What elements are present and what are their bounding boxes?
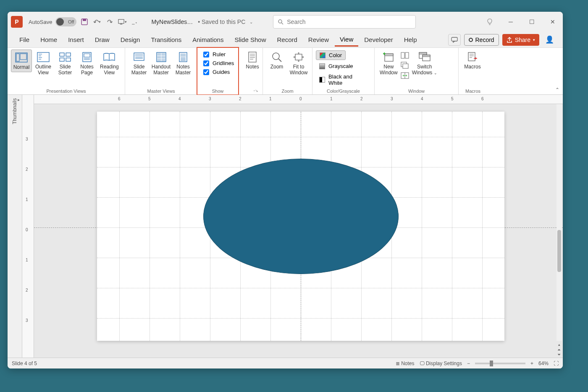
autosave-toggle[interactable]: Off	[55, 17, 76, 26]
tab-review[interactable]: Review	[303, 34, 334, 46]
share-button[interactable]: Share ▾	[502, 34, 539, 46]
new-window-button[interactable]: New Window	[378, 50, 399, 78]
horizontal-ruler[interactable]: 6 5 4 3 2 1 0 1 2 3 4 5 6	[34, 95, 563, 104]
thumbnails-pane[interactable]: ▸ Thumbnails	[8, 95, 22, 358]
ruler-checkbox[interactable]: Ruler	[203, 51, 234, 57]
record-button[interactable]: Record	[464, 34, 499, 46]
editor-area: ▸ Thumbnails 3 2 1 0 1 2 3 6 5 4 3 2 1	[8, 95, 563, 358]
fit-to-window-button[interactable]: Fit to Window	[288, 50, 309, 78]
switch-windows-button[interactable]: Switch Windows ⌄	[410, 50, 439, 78]
account-icon[interactable]: 👤	[543, 33, 556, 47]
zoom-button[interactable]: Zoom	[266, 50, 287, 71]
gridlines-checkbox[interactable]: Gridlines	[203, 60, 234, 66]
color-button[interactable]: Color	[316, 50, 346, 60]
prev-slide-button[interactable]: ▴	[556, 342, 562, 347]
show-dialog-launcher[interactable]: ▫↘	[254, 89, 258, 93]
outline-view-button[interactable]: Outline View	[33, 50, 54, 78]
vertical-scrollbar[interactable]	[556, 104, 562, 341]
chevron-down-icon: ⌄	[434, 71, 437, 75]
svg-rect-25	[181, 54, 186, 57]
notes-button[interactable]: Notes	[242, 50, 263, 71]
save-status-dropdown-icon[interactable]: ⌄	[249, 20, 253, 24]
share-icon	[507, 37, 512, 43]
powerpoint-icon: P	[11, 16, 23, 28]
search-box[interactable]	[273, 15, 416, 29]
tab-slideshow[interactable]: Slide Show	[229, 34, 271, 46]
group-master-views: Slide Master Handout Master Notes Master…	[125, 48, 197, 94]
svg-rect-12	[66, 58, 71, 61]
grayscale-button[interactable]: Grayscale	[316, 62, 357, 71]
zoom-in-button[interactable]: +	[530, 361, 533, 366]
tab-design[interactable]: Design	[116, 34, 145, 46]
notes-toggle[interactable]: ≣ Notes	[396, 361, 415, 366]
close-button[interactable]: ✕	[546, 15, 559, 29]
svg-rect-26	[249, 52, 256, 62]
save-button[interactable]	[80, 17, 89, 26]
oval-shape[interactable]	[203, 159, 399, 274]
slide-master-button[interactable]: Slide Master	[129, 50, 150, 78]
tab-home[interactable]: Home	[35, 34, 62, 46]
notes-master-button[interactable]: Notes Master	[173, 50, 194, 78]
normal-view-button[interactable]: Normal	[11, 50, 32, 72]
redo-button[interactable]: ↷	[105, 17, 114, 26]
tab-draw[interactable]: Draw	[90, 34, 115, 46]
black-white-button[interactable]: Black and White	[316, 72, 371, 87]
expand-thumbnails-icon[interactable]: ▸	[18, 97, 20, 102]
slide-canvas[interactable]	[97, 112, 504, 341]
svg-rect-11	[60, 58, 64, 61]
tab-record[interactable]: Record	[272, 34, 302, 46]
tab-view[interactable]: View	[335, 33, 358, 47]
svg-rect-39	[423, 55, 430, 57]
tab-insert[interactable]: Insert	[63, 34, 89, 46]
undo-button[interactable]: ↶▾	[92, 17, 102, 26]
tab-help[interactable]: Help	[399, 34, 422, 46]
svg-rect-18	[158, 53, 161, 55]
tab-transitions[interactable]: Transitions	[146, 34, 186, 46]
slide-sorter-button[interactable]: Slide Sorter	[55, 50, 76, 78]
reading-view-button[interactable]: Reading View	[98, 50, 121, 78]
prev-slide-double-button[interactable]: ⏶	[556, 348, 562, 352]
slide-counter[interactable]: Slide 4 of 5	[12, 361, 37, 366]
zoom-out-button[interactable]: −	[467, 361, 470, 366]
ribbon: Normal Outline View Slide Sorter Notes P…	[8, 48, 563, 95]
help-lightbulb-icon[interactable]	[483, 15, 496, 29]
save-status[interactable]: • Saved to this PC	[198, 18, 245, 25]
vertical-ruler[interactable]: 3 2 1 0 1 2 3	[22, 95, 34, 358]
fit-slide-button[interactable]: ⛶	[554, 361, 559, 366]
guides-checkbox[interactable]: Guides	[203, 69, 234, 75]
svg-rect-8	[37, 52, 49, 62]
handout-master-button[interactable]: Handout Master	[150, 50, 172, 78]
qat-customize-button[interactable]: ⎯▾	[130, 17, 139, 26]
zoom-slider[interactable]	[475, 363, 525, 364]
present-button[interactable]: ▾	[118, 17, 127, 26]
group-color-grayscale: Color Grayscale Black and White Color/Gr…	[312, 48, 375, 94]
tab-file[interactable]: File	[14, 34, 34, 46]
scrollbar-thumb[interactable]	[557, 230, 561, 272]
svg-rect-16	[135, 54, 143, 56]
cascade-button[interactable]	[400, 61, 410, 70]
comments-button[interactable]	[448, 34, 461, 46]
notes-page-button[interactable]: Notes Page	[76, 50, 97, 78]
tab-animations[interactable]: Animations	[187, 34, 228, 46]
search-input[interactable]	[287, 18, 411, 25]
tab-developer[interactable]: Developer	[359, 34, 398, 46]
next-slide-double-button[interactable]: ⏷	[556, 353, 562, 357]
svg-rect-9	[60, 53, 64, 56]
slide-nav-arrows: ▴ ⏶ ⏷	[556, 342, 562, 357]
zoom-percent[interactable]: 64%	[538, 361, 549, 366]
svg-rect-37	[419, 52, 427, 54]
chevron-down-icon: ▾	[533, 38, 535, 42]
maximize-button[interactable]: ☐	[525, 15, 538, 29]
titlebar: P AutoSave Off ↶▾ ↷ ▾ ⎯▾ MyNewSlides… • …	[8, 12, 563, 32]
move-split-button[interactable]	[400, 71, 410, 80]
macros-button[interactable]: Macros	[462, 50, 483, 71]
arrange-all-button[interactable]	[400, 51, 410, 60]
collapse-ribbon-button[interactable]: ⌃	[555, 87, 559, 93]
display-settings-button[interactable]: 🖵 Display Settings	[420, 361, 462, 366]
minimize-button[interactable]: ─	[504, 15, 517, 29]
svg-rect-31	[401, 52, 404, 58]
app-window: P AutoSave Off ↶▾ ↷ ▾ ⎯▾ MyNewSlides… • …	[8, 12, 563, 368]
svg-rect-4	[452, 37, 457, 41]
document-title[interactable]: MyNewSlides…	[151, 18, 193, 25]
svg-rect-5	[16, 53, 27, 62]
